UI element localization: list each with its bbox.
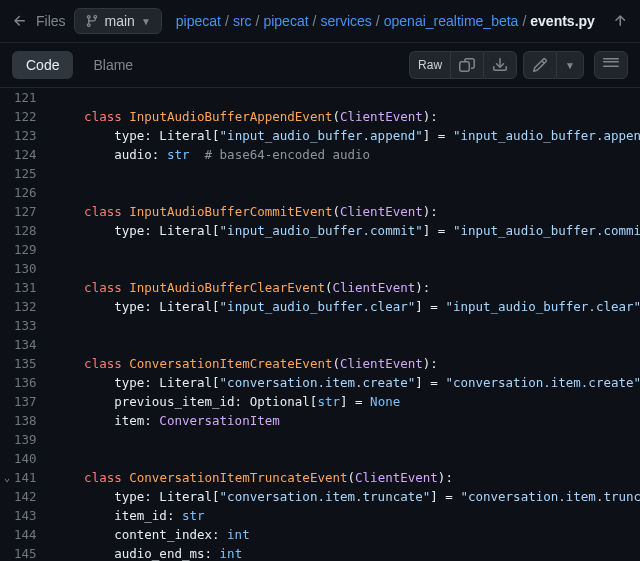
line-number[interactable]: 127 [14, 202, 50, 221]
line-number[interactable]: 142 [14, 487, 50, 506]
line-number[interactable]: 141 [14, 468, 50, 487]
code-line: 123 type: Literal["input_audio_buffer.ap… [0, 126, 640, 145]
expand-gutter [0, 202, 14, 221]
line-number[interactable]: 140 [14, 449, 50, 468]
download-icon[interactable] [483, 51, 517, 79]
expand-gutter [0, 316, 14, 335]
breadcrumb-link[interactable]: openai_realtime_beta [384, 13, 519, 29]
code-line: 122 class InputAudioBufferAppendEvent(Cl… [0, 107, 640, 126]
code-line: 143 item_id: str [0, 506, 640, 525]
code-content: type: Literal["input_audio_buffer.append… [50, 126, 640, 145]
expand-gutter [0, 335, 14, 354]
line-number[interactable]: 144 [14, 525, 50, 544]
code-line: 142 type: Literal["conversation.item.tru… [0, 487, 640, 506]
code-content [50, 316, 640, 335]
code-viewer: 121122 class InputAudioBufferAppendEvent… [0, 88, 640, 561]
line-number[interactable]: 132 [14, 297, 50, 316]
code-content: type: Literal["conversation.item.create"… [50, 373, 640, 392]
line-number[interactable]: 139 [14, 430, 50, 449]
expand-gutter [0, 449, 14, 468]
breadcrumb-link[interactable]: pipecat [176, 13, 221, 29]
code-line: 135 class ConversationItemCreateEvent(Cl… [0, 354, 640, 373]
line-number[interactable]: 128 [14, 221, 50, 240]
expand-gutter [0, 126, 14, 145]
code-content [50, 88, 640, 107]
expand-gutter [0, 373, 14, 392]
breadcrumb-separator: / [256, 13, 260, 29]
code-line: 129 [0, 240, 640, 259]
expand-gutter [0, 107, 14, 126]
line-number[interactable]: 131 [14, 278, 50, 297]
tab-blame[interactable]: Blame [79, 51, 147, 79]
line-number[interactable]: 123 [14, 126, 50, 145]
line-number[interactable]: 122 [14, 107, 50, 126]
copy-icon[interactable] [450, 51, 483, 79]
code-content: class ConversationItemCreateEvent(Client… [50, 354, 640, 373]
tab-code[interactable]: Code [12, 51, 73, 79]
code-line: ⌄141 class ConversationItemTruncateEvent… [0, 468, 640, 487]
expand-gutter [0, 240, 14, 259]
expand-gutter [0, 544, 14, 561]
edit-menu-chevron-icon[interactable]: ▼ [556, 51, 584, 79]
code-line: 130 [0, 259, 640, 278]
code-content: type: Literal["input_audio_buffer.clear"… [50, 297, 640, 316]
code-content: class ConversationItemTruncateEvent(Clie… [50, 468, 640, 487]
breadcrumb-link[interactable]: services [320, 13, 371, 29]
line-number[interactable]: 133 [14, 316, 50, 335]
expand-gutter [0, 278, 14, 297]
breadcrumb-link[interactable]: pipecat [263, 13, 308, 29]
line-number[interactable]: 130 [14, 259, 50, 278]
line-number[interactable]: 143 [14, 506, 50, 525]
code-content [50, 164, 640, 183]
more-options-icon[interactable] [594, 51, 628, 79]
expand-gutter [0, 506, 14, 525]
line-number[interactable]: 136 [14, 373, 50, 392]
code-line: 121 [0, 88, 640, 107]
line-number[interactable]: 125 [14, 164, 50, 183]
expand-gutter [0, 259, 14, 278]
code-line: 134 [0, 335, 640, 354]
code-content [50, 430, 640, 449]
code-content [50, 240, 640, 259]
edit-icon[interactable] [523, 51, 556, 79]
code-content [50, 259, 640, 278]
expand-gutter [0, 183, 14, 202]
line-number[interactable]: 135 [14, 354, 50, 373]
code-content [50, 335, 640, 354]
expand-gutter [0, 354, 14, 373]
edit-group: ▼ [523, 51, 584, 79]
breadcrumb-link[interactable]: src [233, 13, 252, 29]
breadcrumb-separator: / [313, 13, 317, 29]
code-line: 137 previous_item_id: Optional[str] = No… [0, 392, 640, 411]
code-content: previous_item_id: Optional[str] = None [50, 392, 640, 411]
breadcrumb: pipecat / src / pipecat / services / ope… [176, 13, 595, 29]
line-number[interactable]: 126 [14, 183, 50, 202]
line-number[interactable]: 137 [14, 392, 50, 411]
code-line: 127 class InputAudioBufferCommitEvent(Cl… [0, 202, 640, 221]
line-number[interactable]: 124 [14, 145, 50, 164]
expand-gutter[interactable]: ⌄ [0, 468, 14, 487]
files-label[interactable]: Files [36, 13, 66, 29]
raw-group: Raw [409, 51, 517, 79]
code-content: class InputAudioBufferClearEvent(ClientE… [50, 278, 640, 297]
expand-gutter [0, 164, 14, 183]
back-arrow-icon[interactable] [12, 13, 28, 29]
code-content: content_index: int [50, 525, 640, 544]
code-content: audio: str # base64-encoded audio [50, 145, 640, 164]
code-content: class InputAudioBufferAppendEvent(Client… [50, 107, 640, 126]
line-number[interactable]: 121 [14, 88, 50, 107]
raw-button[interactable]: Raw [409, 51, 450, 79]
line-number[interactable]: 134 [14, 335, 50, 354]
line-number[interactable]: 138 [14, 411, 50, 430]
code-content: item_id: str [50, 506, 640, 525]
code-line: 145 audio_end_ms: int [0, 544, 640, 561]
code-line: 140 [0, 449, 640, 468]
line-number[interactable]: 145 [14, 544, 50, 561]
expand-gutter [0, 221, 14, 240]
branch-selector[interactable]: main ▼ [74, 8, 162, 34]
code-line: 144 content_index: int [0, 525, 640, 544]
code-line: 125 [0, 164, 640, 183]
expand-gutter [0, 487, 14, 506]
line-number[interactable]: 129 [14, 240, 50, 259]
go-to-top-icon[interactable] [612, 13, 628, 29]
